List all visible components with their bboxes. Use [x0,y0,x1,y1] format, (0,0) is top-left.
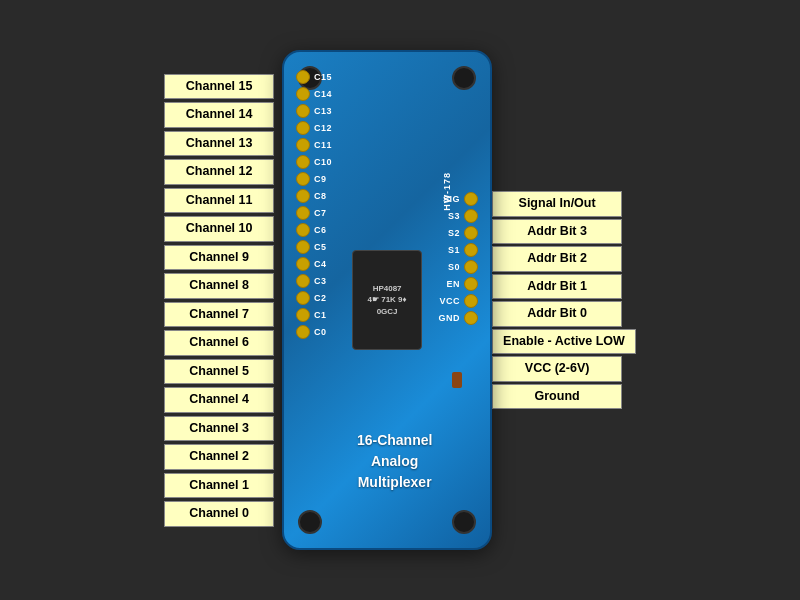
pin-circle-c5 [296,240,310,254]
left-label-ch3: Channel 3 [164,416,274,442]
pcb-text-line3: Multiplexer [357,472,432,493]
pin-gnd: GND [439,311,479,325]
pin-label-c13: C13 [314,106,332,116]
pcb-text-line1: 16-Channel [357,430,432,451]
right-label-s0: Addr Bit 0 [492,301,622,327]
right-label-vcc: VCC (2-6V) [492,356,622,382]
right-label-row-en: Enable - Active LOW [492,328,636,356]
pin-circle-c6 [296,223,310,237]
right-spacer-bot-1 [492,438,636,466]
pin-c13: C13 [296,104,332,118]
pin-label-c6: C6 [314,225,327,235]
pin-label-c5: C5 [314,242,327,252]
pin-label-c1: C1 [314,310,327,320]
right-label-row-s3: Addr Bit 3 [492,218,636,246]
left-label-ch0: Channel 0 [164,501,274,527]
pin-label-vcc: VCC [440,296,461,306]
right-spacer-1 [492,108,636,136]
pin-c9: C9 [296,172,332,186]
pin-c2: C2 [296,291,332,305]
pin-circle-c7 [296,206,310,220]
right-spacer-2 [492,135,636,163]
pin-label-c8: C8 [314,191,327,201]
pin-circle-c12 [296,121,310,135]
right-labels-group: Signal In/Out Addr Bit 3 Addr Bit 2 Addr… [492,80,636,520]
left-label-ch13: Channel 13 [164,131,274,157]
pcb-board: HW-178 C15 C14 C13 C12 C11 [282,50,492,550]
corner-hole-bl [298,510,322,534]
pin-c14: C14 [296,87,332,101]
right-label-s3: Addr Bit 3 [492,219,622,245]
pin-label-s0: S0 [448,262,460,272]
pin-s3: S3 [439,209,479,223]
pin-label-c3: C3 [314,276,327,286]
pin-label-c12: C12 [314,123,332,133]
left-pins-group: C15 C14 C13 C12 C11 C10 [296,70,332,339]
vcc-capacitor [452,372,462,388]
pin-circle-c13 [296,104,310,118]
right-label-gnd: Ground [492,384,622,410]
right-label-row-sig: Signal In/Out [492,190,636,218]
pin-label-c10: C10 [314,157,332,167]
pin-label-c0: C0 [314,327,327,337]
pin-vcc: VCC [439,294,479,308]
pin-label-c14: C14 [314,89,332,99]
right-label-sig: Signal In/Out [492,191,622,217]
right-spacer-bot-3 [492,493,636,521]
pin-s2: S2 [439,226,479,240]
pin-circle-sig [464,192,478,206]
right-spacer-bot-2 [492,465,636,493]
pcb-text-bottom: 16-Channel Analog Multiplexer [357,430,432,493]
pin-c1: C1 [296,308,332,322]
pin-sig: SIG [439,192,479,206]
pin-label-s2: S2 [448,228,460,238]
pin-en: EN [439,277,479,291]
corner-hole-br [452,510,476,534]
ic-chip: HP4087 4☛ 71K 9♦ 0GCJ [352,250,422,350]
left-label-ch15: Channel 15 [164,74,274,100]
ic-line1: HP4087 [373,283,402,294]
left-label-ch2: Channel 2 [164,444,274,470]
pin-circle-s0 [464,260,478,274]
pin-label-c7: C7 [314,208,327,218]
pin-circle-c15 [296,70,310,84]
pin-label-c4: C4 [314,259,327,269]
left-labels-group: Channel 15 Channel 14 Channel 13 Channel… [164,74,274,527]
pin-s1: S1 [439,243,479,257]
left-label-ch7: Channel 7 [164,302,274,328]
pin-c7: C7 [296,206,332,220]
left-label-ch14: Channel 14 [164,102,274,128]
right-spacer-0 [492,80,636,108]
pin-circle-s3 [464,209,478,223]
left-label-ch5: Channel 5 [164,359,274,385]
right-label-s2: Addr Bit 2 [492,246,622,272]
pin-s0: S0 [439,260,479,274]
pin-label-s1: S1 [448,245,460,255]
left-label-ch10: Channel 10 [164,216,274,242]
pin-circle-c0 [296,325,310,339]
left-label-ch12: Channel 12 [164,159,274,185]
right-label-row-vcc: VCC (2-6V) [492,355,636,383]
right-label-row-s1: Addr Bit 1 [492,273,636,301]
left-label-ch9: Channel 9 [164,245,274,271]
pin-circle-c1 [296,308,310,322]
pin-label-c9: C9 [314,174,327,184]
pin-label-sig: SIG [443,194,460,204]
pin-circle-c4 [296,257,310,271]
pin-circle-vcc [464,294,478,308]
pin-c11: C11 [296,138,332,152]
pin-label-c15: C15 [314,72,332,82]
ic-line2: 4☛ 71K 9♦ [368,294,407,305]
pin-circle-c8 [296,189,310,203]
right-label-s1: Addr Bit 1 [492,274,622,300]
pin-label-en: EN [447,279,461,289]
pin-circle-c14 [296,87,310,101]
right-spacer-3 [492,163,636,191]
left-label-ch1: Channel 1 [164,473,274,499]
pin-c15: C15 [296,70,332,84]
left-label-ch11: Channel 11 [164,188,274,214]
pin-circle-gnd [464,311,478,325]
pin-circle-c11 [296,138,310,152]
diagram-container: Channel 15 Channel 14 Channel 13 Channel… [10,10,790,590]
pin-label-gnd: GND [439,313,461,323]
